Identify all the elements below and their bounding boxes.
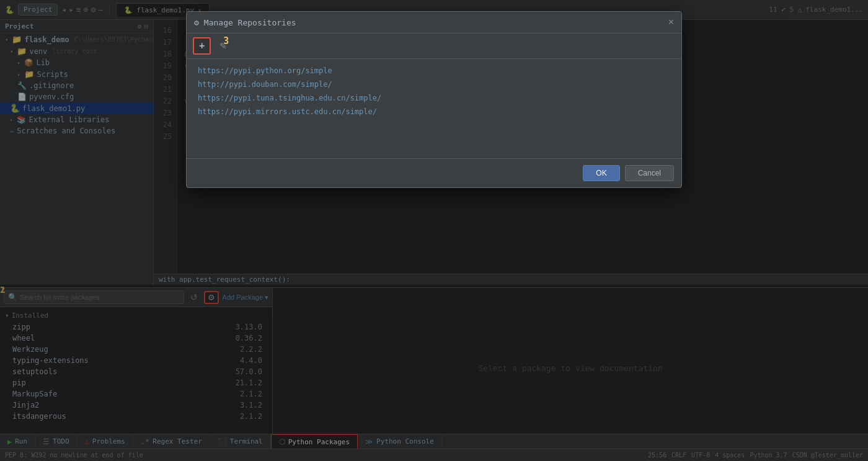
repo-item-3[interactable]: https://pypi.tuna.tsinghua.edu.cn/simple… xyxy=(194,91,674,105)
dialog-footer: OK Cancel xyxy=(187,158,681,187)
num-badge: 3 xyxy=(223,35,229,47)
dialog-toolbar: + ✎ 3 xyxy=(187,34,681,59)
add-btn-wrapper: + xyxy=(193,37,211,55)
dialog-icon: ⚙ xyxy=(194,18,199,27)
dialog-title-label: Manage Repositories xyxy=(204,18,296,27)
dialog-title-bar: ⚙ Manage Repositories × xyxy=(187,12,681,34)
dialog-overlay: ⚙ Manage Repositories × + ✎ 3 https://py… xyxy=(0,0,868,461)
dialog-add-button[interactable]: + xyxy=(193,37,211,55)
dialog-title: ⚙ Manage Repositories xyxy=(194,18,296,27)
dialog-close-button[interactable]: × xyxy=(668,17,674,28)
dialog-body: https://pypi.python.org/simple http://py… xyxy=(187,59,681,158)
repo-item-2[interactable]: http://pypi.douban.com/simple/ xyxy=(194,78,674,91)
manage-repos-dialog: ⚙ Manage Repositories × + ✎ 3 https://py… xyxy=(186,11,682,188)
repo-item-4[interactable]: https://pypi.mirrors.ustc.edu.cn/simple/ xyxy=(194,105,674,119)
dialog-cancel-button[interactable]: Cancel xyxy=(625,165,674,181)
repo-item-1[interactable]: https://pypi.python.org/simple xyxy=(194,64,674,78)
dialog-ok-button[interactable]: OK xyxy=(583,165,619,181)
